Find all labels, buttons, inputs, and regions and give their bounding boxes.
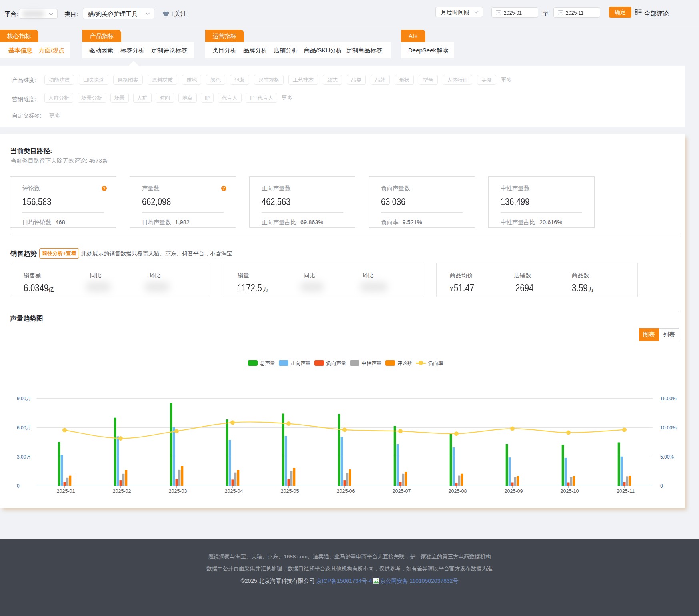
svg-text:15.00%: 15.00%	[660, 396, 677, 401]
svg-text:2025-09: 2025-09	[505, 488, 523, 494]
svg-text:2025-07: 2025-07	[393, 488, 411, 494]
svg-text:5.00%: 5.00%	[660, 454, 674, 460]
svg-text:2025-08: 2025-08	[449, 488, 467, 494]
svg-text:2025-01: 2025-01	[57, 488, 75, 494]
svg-text:0: 0	[17, 483, 20, 489]
svg-text:2025-10: 2025-10	[561, 488, 579, 494]
svg-text:10.00%: 10.00%	[660, 425, 677, 431]
svg-text:2025-11: 2025-11	[617, 488, 635, 494]
svg-text:3.00万: 3.00万	[17, 454, 31, 460]
svg-text:2025-06: 2025-06	[337, 488, 355, 494]
svg-text:2025-03: 2025-03	[169, 488, 187, 494]
svg-text:6.00万: 6.00万	[17, 425, 31, 431]
svg-text:2025-04: 2025-04	[225, 488, 243, 494]
svg-text:2025-02: 2025-02	[113, 488, 131, 494]
svg-text:0: 0	[660, 483, 663, 489]
svg-text:2025-05: 2025-05	[281, 488, 299, 494]
svg-text:9.00万: 9.00万	[17, 396, 31, 401]
